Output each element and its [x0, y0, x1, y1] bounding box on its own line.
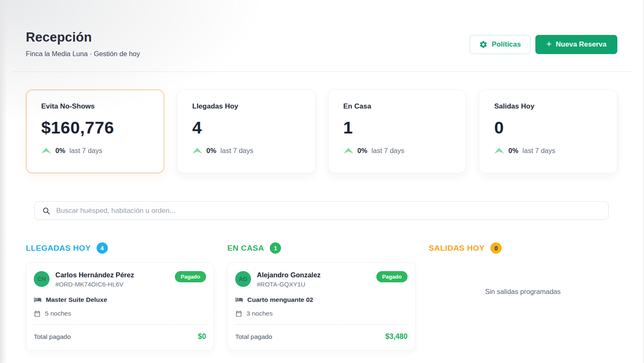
avatar: AG	[235, 271, 251, 287]
stat-trend: 0% last 7 days	[494, 147, 602, 155]
stat-trend: 0% last 7 days	[192, 147, 300, 155]
stat-value: 0	[494, 118, 602, 138]
column-arrivals-header: LLEGADAS HOY 4	[26, 242, 214, 254]
board: LLEGADAS HOY 4 CH Carlos Hernández Pérez…	[26, 242, 617, 363]
column-departures: SALIDAS HOY 0 Sin salidas programadas	[429, 242, 617, 363]
stat-card-no-shows[interactable]: Evita No-Shows $160,776 0% last 7 days	[26, 89, 164, 173]
no-departures-message: Sin salidas programadas	[429, 288, 617, 296]
stat-value: 1	[343, 118, 451, 138]
page-title: Recepción	[26, 30, 140, 45]
page-subtitle: Finca la Media Luna · Gestión de hoy	[26, 50, 140, 58]
search-icon	[42, 207, 50, 215]
trend-caption: last 7 days	[70, 147, 102, 155]
total-paid-label: Total pagado	[34, 333, 71, 341]
trend-caption: last 7 days	[522, 147, 555, 155]
trend-up-icon	[494, 148, 504, 154]
calendar-icon	[235, 310, 242, 317]
guest-card-divider	[34, 324, 206, 325]
column-arrivals-title: LLEGADAS HOY	[26, 244, 91, 253]
plus-icon: +	[546, 40, 552, 49]
page-header: Recepción Finca la Media Luna · Gestión …	[26, 0, 617, 58]
search-section	[26, 201, 617, 220]
policies-button[interactable]: Políticas	[470, 35, 530, 54]
status-badge: Pagado	[376, 271, 408, 282]
new-reservation-button[interactable]: + Nueva Reserva	[535, 35, 617, 54]
trend-percent: 0%	[55, 147, 65, 155]
stat-trend: 0% last 7 days	[41, 147, 149, 155]
trend-up-icon	[343, 148, 353, 154]
reception-page: Recepción Finca la Media Luna · Gestión …	[0, 0, 644, 363]
stat-card-departures[interactable]: Salidas Hoy 0 0% last 7 days	[479, 89, 617, 173]
column-in-house: EN CASA 1 AG Alejandro Gonzalez #ROTA-GQ…	[227, 242, 415, 363]
stat-label: Evita No-Shows	[41, 102, 149, 111]
avatar: CH	[34, 271, 50, 287]
column-in-house-header: EN CASA 1	[227, 242, 415, 254]
guest-room-label: Cuarto menguante 02	[247, 296, 313, 304]
trend-percent: 0%	[358, 147, 368, 155]
bed-icon	[34, 296, 42, 304]
guest-room-row: Cuarto menguante 02	[235, 296, 408, 304]
trend-caption: last 7 days	[371, 147, 404, 155]
guest-room-row: Master Suite Deluxe	[34, 296, 206, 304]
guest-identity: Alejandro Gonzalez #ROTA-GQXY1U	[257, 271, 372, 288]
column-in-house-count-badge: 1	[270, 242, 281, 254]
trend-percent: 0%	[508, 147, 518, 155]
gear-icon	[479, 40, 487, 49]
total-paid-label: Total pagado	[235, 333, 272, 341]
total-paid-value: $0	[198, 332, 206, 341]
guest-name: Alejandro Gonzalez	[257, 271, 372, 279]
search-input[interactable]	[56, 207, 601, 215]
bed-icon	[235, 296, 243, 304]
stat-label: En Casa	[343, 102, 451, 111]
stat-card-arrivals[interactable]: Llegadas Hoy 4 0% last 7 days	[177, 89, 316, 173]
trend-caption: last 7 days	[221, 147, 254, 155]
status-badge: Pagado	[175, 271, 206, 282]
search-box[interactable]	[34, 201, 609, 220]
stat-trend: 0% last 7 days	[343, 147, 451, 155]
column-departures-title: SALIDAS HOY	[429, 244, 485, 253]
column-arrivals: LLEGADAS HOY 4 CH Carlos Hernández Pérez…	[26, 242, 214, 363]
stats-row: Evita No-Shows $160,776 0% last 7 days L…	[26, 89, 617, 173]
guest-order-id: #ROTA-GQXY1U	[257, 281, 372, 288]
column-in-house-title: EN CASA	[227, 244, 264, 253]
header-actions: Políticas + Nueva Reserva	[470, 35, 617, 54]
trend-up-icon	[41, 148, 51, 154]
guest-nights-label: 3 noches	[246, 310, 273, 317]
total-paid-value: $3,480	[385, 332, 408, 341]
stat-value: $160,776	[41, 118, 149, 138]
guest-card-top: CH Carlos Hernández Pérez #ORD-MK74OIC6-…	[34, 271, 206, 288]
new-reservation-button-label: Nueva Reserva	[556, 40, 607, 49]
guest-card-in-house[interactable]: AG Alejandro Gonzalez #ROTA-GQXY1U Pagad…	[227, 262, 415, 351]
guest-card-footer: Total pagado $3,480	[235, 332, 408, 341]
stat-value: 4	[192, 118, 300, 138]
column-departures-header: SALIDAS HOY 0	[429, 242, 617, 254]
guest-card-divider	[235, 324, 408, 325]
guest-card-footer: Total pagado $0	[34, 332, 206, 341]
guest-nights-row: 3 noches	[235, 310, 408, 317]
stat-label: Salidas Hoy	[494, 102, 602, 111]
guest-card-arrival[interactable]: CH Carlos Hernández Pérez #ORD-MK74OIC6-…	[26, 262, 214, 351]
calendar-icon	[34, 310, 41, 317]
header-divider	[12, 72, 632, 72]
guest-room-label: Master Suite Deluxe	[46, 296, 107, 304]
page-header-text: Recepción Finca la Media Luna · Gestión …	[26, 30, 140, 58]
column-departures-count-badge: 0	[490, 242, 502, 254]
stat-card-in-house[interactable]: En Casa 1 0% last 7 days	[328, 89, 467, 173]
stat-label: Llegadas Hoy	[192, 102, 300, 111]
policies-button-label: Políticas	[492, 40, 521, 49]
guest-nights-label: 5 noches	[45, 310, 71, 317]
guest-nights-row: 5 noches	[34, 310, 206, 317]
trend-up-icon	[192, 148, 202, 154]
guest-identity: Carlos Hernández Pérez #ORD-MK74OIC6-HL6…	[55, 271, 171, 288]
trend-percent: 0%	[206, 147, 216, 155]
guest-name: Carlos Hernández Pérez	[55, 271, 171, 279]
guest-order-id: #ORD-MK74OIC6-HL6V	[55, 281, 171, 288]
column-arrivals-count-badge: 4	[97, 242, 108, 254]
guest-card-top: AG Alejandro Gonzalez #ROTA-GQXY1U Pagad…	[235, 271, 408, 288]
